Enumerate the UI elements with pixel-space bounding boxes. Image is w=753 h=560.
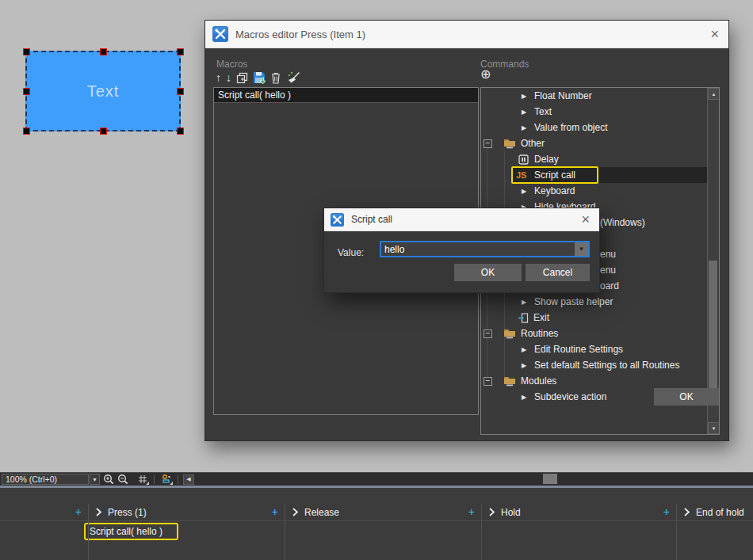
timeline-column: + — [0, 488, 88, 560]
scroll-down-button[interactable]: ▼ — [708, 422, 720, 434]
selection-handle[interactable] — [177, 88, 184, 95]
selection-handle[interactable] — [177, 48, 184, 55]
timeline-column-header[interactable]: Hold — [481, 504, 676, 520]
app-icon — [212, 26, 228, 42]
value-combobox[interactable]: ▼ — [380, 241, 590, 257]
js-script-icon: JS — [516, 170, 531, 180]
selection-handle[interactable] — [23, 88, 30, 95]
timeline-column-release: Release+ — [285, 488, 481, 560]
tree-item-label: Set default Settings to all Routines — [534, 360, 679, 371]
zoom-level-combo[interactable]: 100% (Ctrl+0) — [2, 474, 89, 485]
command-tree-row[interactable]: ▶Set default Settings to all Routines — [481, 357, 719, 373]
tree-item-label: Keyboard — [534, 185, 575, 196]
grid-icon[interactable] — [138, 474, 147, 484]
folder-icon — [503, 375, 516, 387]
command-tree-row[interactable]: Delay — [481, 151, 719, 167]
move-down-icon[interactable]: ↓ — [226, 72, 231, 83]
expand-triangle-icon[interactable]: ▶ — [522, 93, 529, 100]
dropdown-corner-icon — [146, 482, 149, 485]
command-tree-row[interactable]: ▶Keyboard — [481, 183, 719, 199]
collapse-icon[interactable]: − — [484, 377, 492, 386]
macros-editor-ok-button[interactable]: OK — [654, 388, 719, 406]
selection-handle[interactable] — [100, 48, 107, 55]
duplicate-icon[interactable] — [236, 72, 248, 84]
close-icon[interactable]: × — [581, 213, 590, 226]
add-command-icon[interactable]: ⊕ — [480, 68, 491, 81]
timeline-column-divider — [285, 504, 285, 560]
chevron-right-icon[interactable] — [96, 508, 101, 516]
expand-triangle-icon[interactable]: ▶ — [522, 299, 529, 306]
timeline-column-hold: Hold+ — [481, 488, 676, 560]
folder-icon — [503, 138, 516, 149]
command-tree-row[interactable]: JSScript call — [481, 167, 719, 183]
event-timeline: +Press (1)+Script call( hello )Release+H… — [0, 488, 753, 560]
move-up-icon[interactable]: ↑ — [216, 72, 221, 83]
tree-item-label-fragment: enu — [600, 249, 616, 260]
macro-list-item[interactable]: Script call( hello ) — [214, 88, 478, 103]
script-dialog-titlebar[interactable]: Script call × — [324, 208, 599, 231]
script-call-dialog: Script call × Value: ▼ OK Cancel — [323, 208, 600, 293]
tree-item-label-fragment: oard — [600, 280, 619, 291]
selection-handle[interactable] — [177, 128, 184, 135]
timeline-column-header[interactable]: Release — [285, 504, 481, 520]
zoom-dropdown-icon[interactable]: ▼ — [90, 474, 100, 485]
scroll-up-button[interactable]: ▲ — [708, 88, 720, 100]
command-tree-row[interactable]: ▶Text — [481, 104, 719, 120]
shape-text-label: Text — [27, 52, 179, 130]
command-tree-row[interactable]: −Other — [481, 135, 719, 151]
expand-triangle-icon[interactable]: ▶ — [522, 346, 529, 353]
close-icon[interactable]: × — [710, 28, 719, 40]
collapse-icon[interactable]: − — [484, 330, 492, 338]
add-action-icon[interactable]: + — [468, 505, 475, 518]
horizontal-scrollbar-thumb[interactable] — [543, 474, 557, 484]
zoom-in-icon[interactable] — [103, 474, 114, 485]
value-input[interactable] — [381, 242, 575, 256]
timeline-column-header[interactable]: Press (1) — [88, 504, 285, 520]
cancel-button[interactable]: Cancel — [526, 264, 590, 281]
clear-icon[interactable] — [286, 71, 300, 84]
dropdown-corner-icon — [170, 482, 173, 485]
delete-icon[interactable] — [270, 71, 281, 84]
collapse-icon[interactable]: − — [484, 139, 492, 148]
timeline-action-item[interactable]: Script call( hello ) — [84, 523, 178, 540]
app-icon — [331, 213, 344, 227]
add-action-icon[interactable]: + — [272, 505, 278, 518]
tree-item-label-fragment: (Windows) — [600, 217, 645, 228]
expand-triangle-icon[interactable]: ▶ — [522, 124, 529, 131]
command-tree-row[interactable]: ▶Float Number — [481, 88, 719, 104]
tree-item-label: Subdevice action — [534, 391, 606, 402]
snap-icon[interactable] — [161, 474, 171, 484]
collapse-panel-button[interactable]: ◀ — [183, 474, 194, 485]
timeline-column-header[interactable]: End of hold — [676, 504, 753, 520]
selection-handle[interactable] — [100, 128, 107, 135]
tree-item-label: Exit — [533, 312, 549, 323]
dialog-title: Script call — [351, 214, 392, 225]
command-tree-row[interactable]: Exit — [481, 310, 719, 326]
chevron-right-icon[interactable] — [684, 508, 690, 516]
zoom-toolbar: 100% (Ctrl+0) ▼ ◀ — [0, 472, 753, 486]
zoom-out-icon[interactable] — [117, 474, 128, 485]
add-action-icon[interactable]: + — [663, 505, 670, 518]
expand-triangle-icon[interactable]: ▶ — [522, 188, 529, 195]
chevron-right-icon[interactable] — [292, 508, 298, 516]
command-tree-row[interactable]: ▶Edit Routine Settings — [481, 341, 719, 357]
command-tree-row[interactable]: ▶Value from object — [481, 120, 719, 135]
chevron-right-icon[interactable] — [489, 508, 495, 516]
selection-handle[interactable] — [23, 48, 30, 55]
expand-triangle-icon[interactable]: ▶ — [522, 362, 529, 369]
timeline-column-press-1-: Press (1)+Script call( hello ) — [88, 488, 285, 560]
expand-triangle-icon[interactable]: ▶ — [522, 394, 529, 401]
scrollbar-thumb[interactable] — [709, 261, 717, 402]
macros-editor-titlebar[interactable]: Macros editor Press (Item 1) × — [205, 21, 728, 48]
command-tree-row[interactable]: −Routines — [481, 326, 719, 341]
combobox-dropdown-icon[interactable]: ▼ — [575, 242, 588, 256]
ok-button[interactable]: OK — [454, 264, 522, 281]
selected-shape[interactable]: Text — [25, 51, 181, 131]
command-tree-row[interactable]: −Modules — [481, 373, 719, 389]
selection-handle[interactable] — [23, 128, 30, 135]
save-icon[interactable] — [253, 71, 266, 84]
add-action-icon[interactable]: + — [75, 505, 82, 518]
tree-scrollbar[interactable]: ▲ ▼ — [707, 88, 719, 434]
expand-triangle-icon[interactable]: ▶ — [522, 109, 529, 116]
command-tree-row[interactable]: ▶Show paste helper — [481, 294, 719, 310]
